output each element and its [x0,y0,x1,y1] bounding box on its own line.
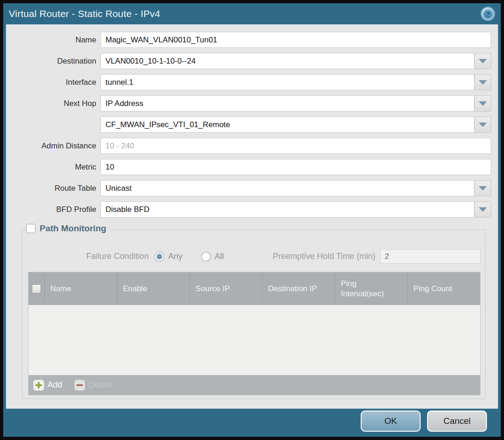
name-input[interactable] [100,32,491,48]
route-table-input[interactable] [100,180,475,196]
table-header-enable[interactable]: Enable [117,272,190,305]
table-body-empty [29,305,480,375]
form-row-bfd-profile: BFD Profile [13,201,491,217]
bfd-profile-dropdown-button[interactable] [475,201,491,217]
table-header-destination-ip[interactable]: Destination IP [263,272,335,305]
failure-condition-label: Failure Condition [25,252,153,261]
metric-label: Metric [13,163,100,172]
chevron-down-icon [479,80,487,85]
route-table-label: Route Table [13,184,100,193]
chevron-down-icon [479,207,487,212]
interface-input[interactable] [100,74,475,90]
table-header-ping-count[interactable]: Ping Count [408,272,480,305]
form-row-metric: Metric [13,159,491,175]
ok-button[interactable]: OK [361,411,421,432]
form-row-admin-distance: Admin Distance [13,138,491,154]
form-row-interface: Interface [13,74,491,90]
chevron-down-icon [479,59,487,64]
failure-condition-any-radio[interactable] [154,252,164,262]
dialog-footer: OK Cancel [6,405,498,437]
failure-condition-any-label: Any [168,252,182,261]
name-label: Name [13,35,100,45]
add-button[interactable]: Add [33,380,62,391]
form-row-name: Name [13,32,491,48]
failure-condition-all-radio[interactable] [201,252,211,262]
next-hop-type-input[interactable] [100,95,475,111]
form-row-next-hop: Next Hop [13,95,491,111]
plus-icon [33,380,44,391]
destination-label: Destination [13,57,100,66]
bfd-profile-input[interactable] [100,201,475,217]
bfd-profile-label: BFD Profile [13,205,100,214]
interface-dropdown-button[interactable] [475,74,491,90]
failure-condition-all-label: All [215,252,224,261]
preemptive-hold-time-input[interactable] [380,249,481,264]
dialog-title: Virtual Router - Static Route - IPv4 [9,8,481,19]
form-row-next-hop-address [13,117,491,133]
chevron-down-icon [479,186,487,191]
dialog-content: Name Destination Interface Next Hop [6,24,498,409]
dialog-titlebar: Virtual Router - Static Route - IPv4 ? [3,3,501,24]
path-monitoring-checkbox[interactable] [26,224,35,233]
metric-input[interactable] [100,159,491,175]
path-monitoring-group: Path Monitoring Failure Condition Any Al… [22,229,486,399]
chevron-down-icon [479,101,487,106]
delete-button[interactable]: Delete [74,380,112,391]
path-monitoring-legend: Path Monitoring [25,223,110,234]
failure-condition-row: Failure Condition Any All Preemptive Hol… [25,249,481,264]
form-row-destination: Destination [13,53,491,69]
table-header-ping-interval[interactable]: Ping Interval(sec) [335,272,408,305]
static-route-dialog: Virtual Router - Static Route - IPv4 ? N… [0,0,504,440]
preemptive-hold-time-label: Preemptive Hold Time (min) [241,252,380,261]
select-all-checkbox[interactable] [32,284,41,293]
minus-icon [74,380,85,391]
table-toolbar: Add Delete [29,375,480,395]
next-hop-label: Next Hop [13,99,100,108]
next-hop-address-input[interactable] [100,117,475,133]
form-row-route-table: Route Table [13,180,491,196]
table-header-row: Name Enable Source IP Destination IP Pin… [29,272,480,305]
interface-label: Interface [13,78,100,87]
cancel-button[interactable]: Cancel [427,411,487,432]
admin-distance-input[interactable] [100,138,491,154]
destination-input[interactable] [100,53,475,69]
destination-dropdown-button[interactable] [475,53,491,69]
route-table-dropdown-button[interactable] [475,180,491,196]
table-header-select [29,272,45,305]
table-header-source-ip[interactable]: Source IP [190,272,263,305]
chevron-down-icon [479,123,487,127]
admin-distance-label: Admin Distance [13,141,100,151]
path-monitoring-table: Name Enable Source IP Destination IP Pin… [28,272,481,395]
help-icon[interactable]: ? [481,7,494,20]
table-header-name[interactable]: Name [45,272,117,305]
next-hop-type-dropdown-button[interactable] [475,95,491,111]
next-hop-address-dropdown-button[interactable] [475,117,491,133]
path-monitoring-title: Path Monitoring [40,223,106,234]
